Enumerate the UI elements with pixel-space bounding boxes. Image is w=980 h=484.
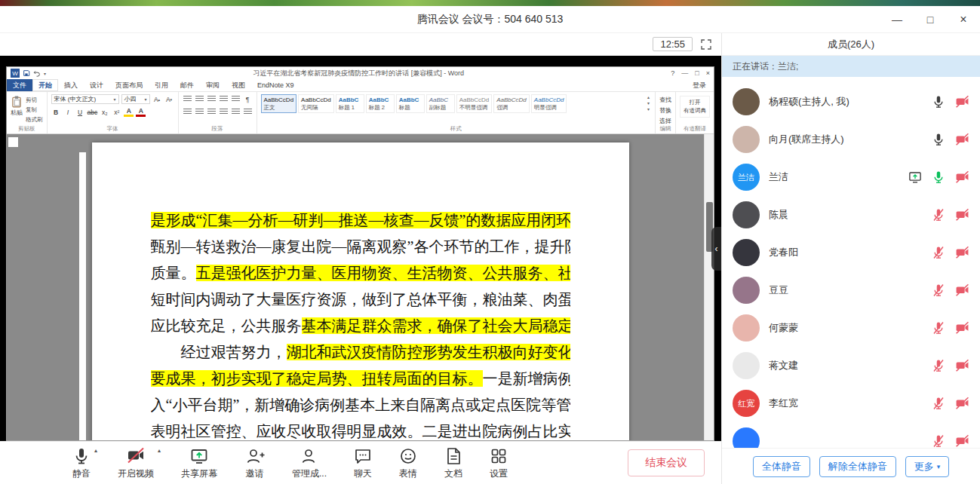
editing-item-0[interactable]: 查找	[659, 96, 671, 104]
end-meeting-button[interactable]: 结束会议	[628, 449, 705, 476]
youdao-open-button[interactable]: 打开 有道词典	[680, 96, 710, 118]
align-right-icon[interactable]	[207, 107, 217, 117]
word-restore-icon[interactable]: □	[695, 69, 699, 77]
toolbar-button-invite[interactable]: 邀请	[244, 446, 265, 480]
member-row-4[interactable]: 党春阳	[722, 234, 980, 271]
style-card-4[interactable]: AaBbC标题	[396, 94, 425, 113]
style-card-2[interactable]: AaBbC标题 1	[336, 94, 364, 113]
bold-icon[interactable]: B	[51, 107, 61, 117]
member-row-6[interactable]: 何蒙蒙	[722, 309, 980, 347]
clipboard-item-2[interactable]: 格式刷	[26, 116, 43, 124]
unmute-all-button[interactable]: 解除全体静音	[819, 456, 896, 477]
word-login[interactable]: 登录	[693, 79, 714, 91]
word-tab-4[interactable]: 页面布局	[109, 79, 149, 91]
mic-on-icon[interactable]	[932, 133, 945, 146]
toolbar-button-settings[interactable]: 设置	[490, 446, 508, 480]
word-tab-6[interactable]: 邮件	[174, 79, 200, 91]
word-minimize-icon[interactable]: —	[681, 69, 688, 77]
member-row-3[interactable]: 陈晨	[722, 196, 980, 234]
line-spacing-icon[interactable]	[231, 107, 241, 117]
word-tab-5[interactable]: 引用	[149, 79, 174, 91]
font-size-select[interactable]: 小四	[121, 94, 150, 104]
document-scrollbar[interactable]	[704, 134, 714, 440]
mic-muted-icon[interactable]	[932, 397, 945, 410]
align-left-icon[interactable]	[183, 107, 192, 117]
expand-caret-icon[interactable]: ▴	[94, 447, 97, 454]
document-page[interactable]: 是形成“汇集—分析—研判—推送—核查—反馈”的数据应用闭环，落实“筛查甄别—转送…	[92, 142, 629, 440]
camera-off-icon[interactable]	[955, 246, 969, 259]
mic-muted-icon[interactable]	[932, 359, 945, 372]
mic-muted-icon[interactable]	[932, 434, 945, 448]
editing-item-2[interactable]: 选择	[659, 117, 671, 125]
style-card-1[interactable]: AaBbCcDd无间隔	[298, 94, 334, 113]
mic-muted-icon[interactable]	[932, 283, 945, 297]
paste-button[interactable]: 粘贴	[11, 94, 23, 117]
font-color-icon[interactable]: A	[136, 107, 146, 117]
toolbar-button-members[interactable]: 管理成...	[292, 446, 327, 480]
member-row-7[interactable]: 蒋文建	[722, 347, 980, 384]
mute-all-button[interactable]: 全体静音	[753, 456, 810, 477]
styles-expand-icon[interactable]: ▾	[647, 106, 650, 112]
save-icon[interactable]	[23, 69, 30, 77]
camera-off-icon[interactable]	[955, 170, 969, 183]
camera-off-icon[interactable]	[955, 359, 969, 372]
toolbar-button-docs[interactable]: 文档	[444, 446, 462, 480]
word-tab-1[interactable]: 开始	[32, 79, 58, 91]
subscript-icon[interactable]: x₂	[100, 107, 109, 117]
justify-icon[interactable]	[219, 107, 229, 117]
multilevel-list-icon[interactable]	[207, 94, 217, 104]
word-tab-9[interactable]: EndNote X9	[251, 79, 300, 91]
shrink-font-icon[interactable]: A▾	[164, 94, 174, 104]
mic-speaking-icon[interactable]	[932, 170, 945, 184]
toolbar-button-emoji[interactable]: 表情	[399, 446, 417, 480]
toolbar-button-chat[interactable]: 聊天	[354, 446, 372, 480]
bullets-icon[interactable]	[183, 94, 192, 104]
style-card-7[interactable]: AaBbCcDd强调	[493, 94, 530, 113]
styles-up-icon[interactable]: ▴	[647, 94, 650, 100]
paragraph-mark-icon[interactable]: ¶	[243, 94, 253, 104]
maximize-icon[interactable]: □	[924, 14, 936, 26]
style-card-0[interactable]: AaBbCcDd正文	[261, 94, 297, 113]
styles-down-icon[interactable]: ▾	[647, 100, 650, 106]
camera-off-icon[interactable]	[955, 397, 969, 409]
numbering-icon[interactable]	[195, 94, 204, 104]
editing-item-1[interactable]: 替换	[659, 106, 671, 115]
camera-off-icon[interactable]	[955, 321, 969, 334]
borders-icon[interactable]	[243, 107, 253, 117]
style-card-6[interactable]: AaBbCcDd不明显强调	[456, 94, 493, 113]
camera-off-icon[interactable]	[955, 208, 969, 221]
word-help-icon[interactable]: ?	[671, 69, 674, 77]
style-card-5[interactable]: AaBbC副标题	[426, 94, 455, 113]
toolbar-button-mic[interactable]: ▴静音	[72, 446, 91, 480]
clipboard-item-0[interactable]: 剪切	[26, 96, 43, 104]
word-tab-7[interactable]: 审阅	[200, 79, 226, 91]
close-icon[interactable]: ×	[957, 13, 969, 26]
more-button[interactable]: 更多 ▾	[905, 456, 950, 477]
camera-off-icon[interactable]	[955, 434, 969, 447]
mic-on-icon[interactable]	[932, 95, 945, 109]
panel-collapse-handle[interactable]: ‹	[711, 227, 721, 271]
italic-icon[interactable]: I	[63, 107, 73, 117]
member-row-9[interactable]	[722, 422, 980, 448]
undo-icon[interactable]	[33, 69, 41, 77]
toolbar-button-share[interactable]: 共享屏幕	[181, 446, 217, 480]
member-row-0[interactable]: 杨程硕(主持人, 我)	[722, 83, 980, 121]
mic-muted-icon[interactable]	[932, 208, 945, 222]
strikethrough-icon[interactable]: abc	[88, 107, 98, 117]
qat-caret-icon[interactable]: ▾	[44, 71, 46, 76]
member-row-1[interactable]: 向月(联席主持人)	[722, 121, 980, 158]
fullscreen-icon[interactable]	[700, 38, 712, 51]
text-highlight-icon[interactable]: A	[124, 107, 134, 117]
word-tab-2[interactable]: 插入	[58, 79, 84, 91]
word-tab-3[interactable]: 设计	[84, 79, 109, 91]
word-tab-8[interactable]: 视图	[226, 79, 251, 91]
style-card-3[interactable]: AaBbC标题 2	[366, 94, 395, 113]
font-family-select[interactable]: 宋体 (中文正文)	[51, 94, 119, 104]
camera-off-icon[interactable]	[955, 133, 969, 146]
mic-muted-icon[interactable]	[932, 321, 945, 335]
mic-muted-icon[interactable]	[932, 246, 945, 259]
indent-increase-icon[interactable]	[231, 94, 241, 104]
grow-font-icon[interactable]: A▴	[152, 94, 162, 104]
style-card-8[interactable]: AaBbCcDd明显强调	[531, 94, 567, 113]
word-tab-0[interactable]: 文件	[7, 79, 32, 91]
